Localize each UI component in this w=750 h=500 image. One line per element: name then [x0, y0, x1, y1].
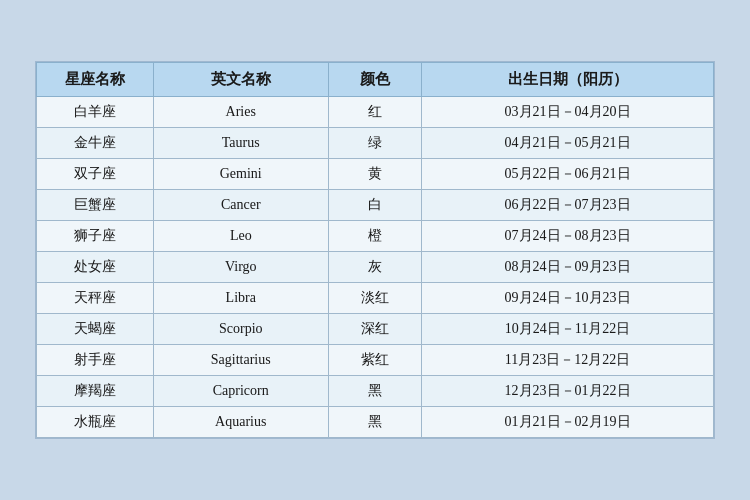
cell-color: 黄	[328, 159, 421, 190]
cell-date: 01月21日－02月19日	[422, 407, 714, 438]
table-row: 狮子座Leo橙07月24日－08月23日	[37, 221, 714, 252]
cell-chinese: 金牛座	[37, 128, 154, 159]
cell-english: Capricorn	[153, 376, 328, 407]
cell-date: 05月22日－06月21日	[422, 159, 714, 190]
zodiac-table: 星座名称 英文名称 颜色 出生日期（阳历） 白羊座Aries红03月21日－04…	[36, 62, 714, 438]
cell-english: Cancer	[153, 190, 328, 221]
cell-date: 03月21日－04月20日	[422, 97, 714, 128]
cell-chinese: 天秤座	[37, 283, 154, 314]
cell-english: Libra	[153, 283, 328, 314]
cell-date: 09月24日－10月23日	[422, 283, 714, 314]
cell-color: 黑	[328, 407, 421, 438]
cell-date: 08月24日－09月23日	[422, 252, 714, 283]
cell-english: Leo	[153, 221, 328, 252]
table-row: 射手座Sagittarius紫红11月23日－12月22日	[37, 345, 714, 376]
cell-chinese: 白羊座	[37, 97, 154, 128]
cell-color: 深红	[328, 314, 421, 345]
cell-color: 橙	[328, 221, 421, 252]
cell-color: 白	[328, 190, 421, 221]
cell-date: 12月23日－01月22日	[422, 376, 714, 407]
cell-chinese: 射手座	[37, 345, 154, 376]
header-chinese: 星座名称	[37, 63, 154, 97]
cell-english: Taurus	[153, 128, 328, 159]
cell-date: 07月24日－08月23日	[422, 221, 714, 252]
cell-color: 绿	[328, 128, 421, 159]
cell-chinese: 双子座	[37, 159, 154, 190]
table-row: 天蝎座Scorpio深红10月24日－11月22日	[37, 314, 714, 345]
cell-date: 06月22日－07月23日	[422, 190, 714, 221]
cell-chinese: 天蝎座	[37, 314, 154, 345]
cell-english: Aries	[153, 97, 328, 128]
table-row: 双子座Gemini黄05月22日－06月21日	[37, 159, 714, 190]
cell-date: 11月23日－12月22日	[422, 345, 714, 376]
header-date: 出生日期（阳历）	[422, 63, 714, 97]
cell-chinese: 狮子座	[37, 221, 154, 252]
cell-date: 10月24日－11月22日	[422, 314, 714, 345]
cell-color: 红	[328, 97, 421, 128]
table-row: 天秤座Libra淡红09月24日－10月23日	[37, 283, 714, 314]
header-english: 英文名称	[153, 63, 328, 97]
cell-color: 黑	[328, 376, 421, 407]
table-header-row: 星座名称 英文名称 颜色 出生日期（阳历）	[37, 63, 714, 97]
cell-date: 04月21日－05月21日	[422, 128, 714, 159]
cell-english: Scorpio	[153, 314, 328, 345]
cell-chinese: 处女座	[37, 252, 154, 283]
table-row: 白羊座Aries红03月21日－04月20日	[37, 97, 714, 128]
table-row: 摩羯座Capricorn黑12月23日－01月22日	[37, 376, 714, 407]
table-row: 水瓶座Aquarius黑01月21日－02月19日	[37, 407, 714, 438]
table-row: 处女座Virgo灰08月24日－09月23日	[37, 252, 714, 283]
header-color: 颜色	[328, 63, 421, 97]
table-row: 金牛座Taurus绿04月21日－05月21日	[37, 128, 714, 159]
cell-english: Gemini	[153, 159, 328, 190]
cell-english: Virgo	[153, 252, 328, 283]
table-row: 巨蟹座Cancer白06月22日－07月23日	[37, 190, 714, 221]
cell-chinese: 摩羯座	[37, 376, 154, 407]
cell-chinese: 水瓶座	[37, 407, 154, 438]
cell-color: 灰	[328, 252, 421, 283]
cell-chinese: 巨蟹座	[37, 190, 154, 221]
cell-english: Sagittarius	[153, 345, 328, 376]
cell-english: Aquarius	[153, 407, 328, 438]
cell-color: 紫红	[328, 345, 421, 376]
cell-color: 淡红	[328, 283, 421, 314]
zodiac-table-container: 星座名称 英文名称 颜色 出生日期（阳历） 白羊座Aries红03月21日－04…	[35, 61, 715, 439]
